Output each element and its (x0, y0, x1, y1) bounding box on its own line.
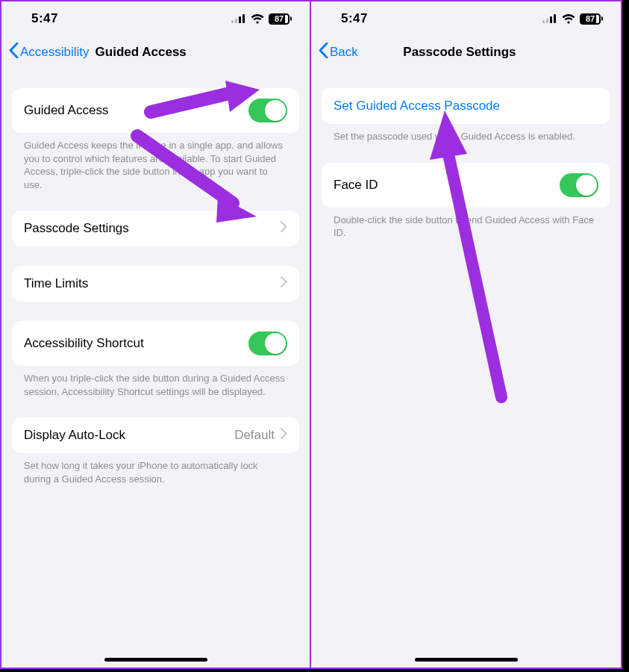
status-bar: 5:47 87 (311, 1, 621, 36)
footer-guided-access: Guided Access keeps the iPhone in a sing… (12, 133, 299, 191)
svg-rect-2 (239, 16, 241, 23)
toggle-guided-access[interactable] (248, 99, 287, 122)
page-title: Passcode Settings (358, 45, 613, 60)
row-guided-access[interactable]: Guided Access (12, 88, 299, 133)
battery-icon: 87 (580, 13, 603, 25)
navigation-bar: Back Passcode Settings (311, 36, 621, 69)
back-button[interactable]: Back (319, 43, 358, 62)
cellular-signal-icon (231, 14, 246, 23)
status-time: 5:47 (341, 11, 368, 26)
row-value: Default (234, 428, 275, 443)
row-face-id[interactable]: Face ID (322, 163, 610, 208)
toggle-face-id[interactable] (560, 173, 598, 197)
row-label: Set Guided Access Passcode (334, 99, 598, 113)
home-indicator (104, 658, 207, 662)
wifi-icon (562, 14, 575, 24)
status-time: 5:47 (31, 11, 58, 26)
status-bar: 5:47 87 (1, 1, 310, 36)
row-set-passcode[interactable]: Set Guided Access Passcode (322, 88, 610, 124)
row-accessibility-shortcut[interactable]: Accessibility Shortcut (12, 321, 299, 366)
row-label: Face ID (334, 178, 560, 193)
chevron-left-icon (319, 43, 328, 62)
row-label: Time Limits (24, 276, 281, 291)
status-icons: 87 (231, 13, 292, 25)
phone-screenshot-right: 5:47 87 Back Passcode Settings (311, 0, 622, 669)
row-label: Display Auto-Lock (24, 428, 234, 443)
back-label: Back (330, 45, 358, 60)
row-label: Accessibility Shortcut (24, 336, 248, 351)
navigation-bar: Accessibility Guided Access (1, 36, 310, 69)
footer-face-id: Double-click the side button to end Guid… (322, 208, 610, 240)
chevron-left-icon (9, 43, 19, 62)
svg-rect-3 (242, 14, 245, 23)
battery-icon: 87 (269, 13, 292, 25)
footer-set-passcode: Set the passcode used when Guided Access… (322, 124, 610, 143)
row-time-limits[interactable]: Time Limits (12, 266, 299, 302)
chevron-right-icon (281, 276, 287, 291)
back-button[interactable]: Accessibility (9, 43, 90, 62)
status-icons: 87 (542, 13, 603, 25)
footer-display-auto-lock: Set how long it takes your iPhone to aut… (12, 453, 299, 485)
page-title: Guided Access (90, 45, 302, 60)
svg-rect-1 (235, 19, 237, 23)
phone-screenshot-left: 5:47 87 Accessibility Guided Acc (0, 0, 311, 669)
back-label: Accessibility (20, 45, 90, 60)
home-indicator (415, 658, 518, 662)
footer-accessibility-shortcut: When you triple-click the side button du… (12, 366, 299, 398)
row-label: Passcode Settings (24, 221, 281, 236)
row-label: Guided Access (24, 103, 248, 118)
svg-rect-7 (554, 14, 556, 23)
row-display-auto-lock[interactable]: Display Auto-Lock Default (12, 417, 299, 453)
svg-rect-0 (231, 20, 234, 23)
toggle-accessibility-shortcut[interactable] (248, 332, 287, 355)
wifi-icon (251, 14, 264, 24)
row-passcode-settings[interactable]: Passcode Settings (12, 211, 299, 246)
chevron-right-icon (281, 221, 287, 236)
cellular-signal-icon (542, 14, 557, 23)
chevron-right-icon (281, 428, 287, 443)
svg-rect-5 (546, 19, 548, 23)
svg-rect-4 (542, 20, 545, 23)
svg-rect-6 (550, 16, 552, 23)
